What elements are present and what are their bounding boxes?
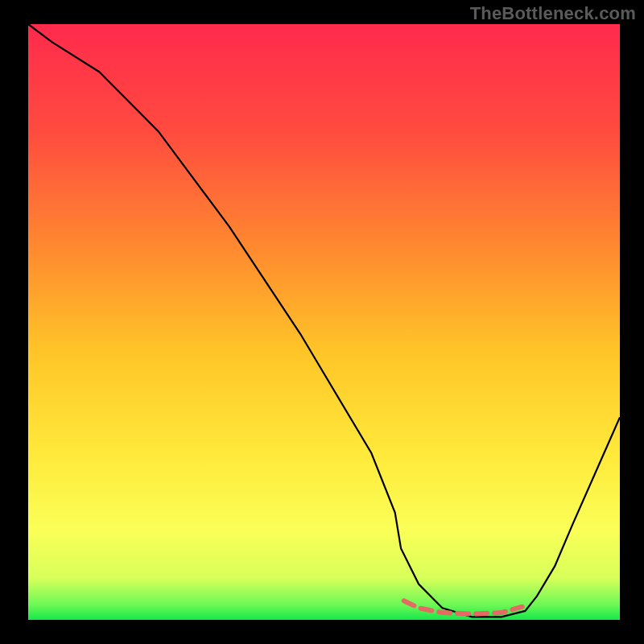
- chart-frame: { "watermark": "TheBottleneck.com", "plo…: [0, 0, 644, 644]
- gradient-background: [28, 24, 620, 620]
- bottleneck-chart: [0, 0, 644, 644]
